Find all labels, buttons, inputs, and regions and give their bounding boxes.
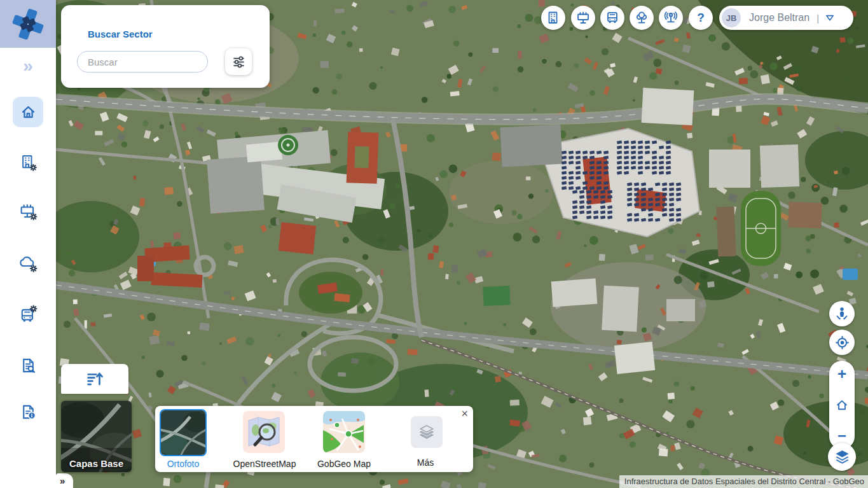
pinwheel-logo-icon	[11, 7, 45, 41]
billboard-gear-icon	[18, 202, 38, 221]
chevron-down-icon[interactable]	[825, 14, 835, 22]
layers-icon	[834, 449, 851, 466]
toolbar-transport-button[interactable]	[600, 6, 624, 30]
billboard-icon	[575, 10, 591, 25]
toolbar-buildings-button[interactable]	[541, 6, 565, 30]
locate-button[interactable]	[829, 330, 855, 355]
user-name: Jorge Beltran	[749, 12, 809, 24]
sort-layers-button[interactable]	[61, 364, 128, 394]
filter-button[interactable]	[225, 48, 252, 75]
sliders-icon	[231, 55, 246, 69]
home-extent-button[interactable]	[835, 398, 849, 412]
map-interchange-green	[299, 272, 362, 314]
sidebar-expand-tab[interactable]: »	[56, 473, 73, 488]
basemap-option-gobgeo-map[interactable]	[323, 411, 365, 453]
question-mark-icon: ?	[697, 11, 705, 25]
zoom-control: + −	[829, 361, 855, 449]
ortofoto-thumbnail	[161, 410, 205, 455]
document-search-icon	[19, 356, 38, 375]
search-input[interactable]	[77, 51, 208, 73]
layers-button[interactable]	[828, 443, 856, 471]
basemap-toggle-widget[interactable]: Capas Base	[61, 401, 132, 472]
sidebar-item-environment-settings[interactable]	[13, 248, 43, 279]
cloud-gear-icon	[18, 254, 38, 273]
close-icon[interactable]: ×	[461, 407, 468, 421]
more-layers-icon	[418, 424, 435, 440]
building-icon	[546, 10, 561, 25]
map-attribution: Infraestructura de Datos Espaciales del …	[619, 475, 868, 488]
sidebar-collapse-chevron-icon[interactable]: »	[0, 55, 56, 78]
sidebar-item-billboards-settings[interactable]	[13, 197, 43, 227]
basemap-label-openstreetmap[interactable]: OpenStreetMap	[233, 459, 296, 469]
document-info-icon	[19, 403, 38, 421]
basemap-option-more[interactable]	[411, 416, 443, 448]
antenna-icon	[663, 10, 679, 25]
home-icon	[20, 104, 37, 121]
sidebar: »	[0, 0, 56, 488]
sidebar-item-document-search[interactable]	[13, 350, 43, 380]
basemap-label-gobgeo-map[interactable]: GobGeo Map	[317, 459, 371, 469]
app-logo[interactable]	[0, 0, 56, 48]
pegman-icon	[834, 305, 850, 322]
bus-gear-icon	[18, 305, 38, 324]
basemap-panel: × Ortofoto OpenStreetMap	[155, 406, 473, 472]
basemap-label-ortofoto[interactable]: Ortofoto	[167, 459, 200, 469]
gobgeo-map-thumbnail	[323, 411, 365, 453]
street-view-button[interactable]	[829, 301, 855, 326]
toolbar-antennas-button[interactable]	[659, 6, 683, 30]
user-separator: |	[816, 13, 819, 24]
sidebar-item-buildings-settings[interactable]	[13, 147, 43, 178]
sort-ascending-icon	[85, 370, 104, 388]
toolbar-trees-button[interactable]	[630, 6, 654, 30]
tree-icon	[634, 10, 649, 25]
bus-icon	[605, 10, 620, 25]
sidebar-item-document-info[interactable]	[13, 396, 43, 427]
building-gear-icon	[19, 153, 38, 172]
sidebar-item-home[interactable]	[13, 97, 43, 127]
toolbar-help-button[interactable]: ?	[689, 6, 713, 30]
avatar: JB	[722, 8, 741, 27]
basemap-option-ortofoto[interactable]	[160, 409, 207, 456]
search-sector-panel: Buscar Sector	[61, 5, 270, 88]
capas-base-label: Capas Base	[61, 458, 132, 469]
zoom-in-button[interactable]: +	[837, 366, 846, 382]
search-panel-title: Buscar Sector	[88, 29, 153, 39]
gobgeo-app: { "colors": { "accent_blue": "#2b6db8", …	[0, 0, 868, 488]
sidebar-item-transport-settings[interactable]	[13, 299, 43, 330]
toolbar-billboards-button[interactable]	[571, 6, 595, 30]
basemap-label-more[interactable]: Más	[417, 457, 434, 468]
user-menu[interactable]: JB Jorge Beltran |	[719, 6, 853, 30]
gps-target-icon	[834, 335, 850, 351]
zoom-out-button[interactable]: −	[837, 428, 846, 444]
basemap-option-openstreetmap[interactable]	[243, 411, 285, 453]
openstreetmap-thumbnail	[243, 411, 285, 453]
